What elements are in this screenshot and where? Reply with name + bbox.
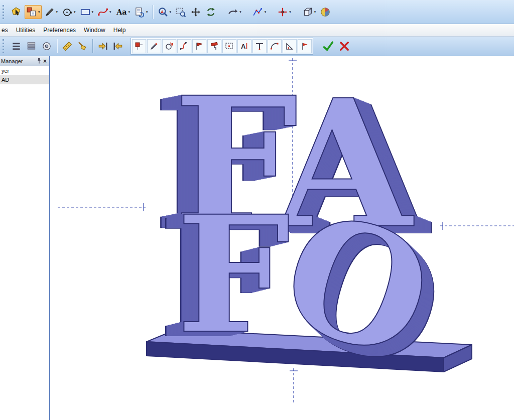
svg-text:A: A <box>241 43 246 50</box>
edit-toolbar: A <box>0 37 514 56</box>
view-cube-icon <box>302 7 313 18</box>
close-icon[interactable]: × <box>42 58 48 64</box>
pick-tool-icon <box>11 7 22 18</box>
circle-select-button[interactable] <box>40 39 54 53</box>
panel-row-cad[interactable]: AD <box>0 75 49 84</box>
scene-svg[interactable]: FFFFFFFFFFFFFFFAAAAAAAAAAAAAAAFFFFFFFFFF… <box>50 56 514 420</box>
component-tool-button[interactable]: ▾ <box>25 5 42 19</box>
pen-tool-button[interactable]: ▾ <box>43 5 60 19</box>
panel-row-layer[interactable]: yer <box>0 66 49 75</box>
pen-red-button[interactable] <box>147 39 161 53</box>
zoom-window-button[interactable] <box>174 5 188 19</box>
drawing-canvas[interactable]: FFFFFFFFFFFFFFFAAAAAAAAAAAAAAAFFFFFFFFFF… <box>49 56 514 420</box>
tee-square-button[interactable] <box>252 39 267 53</box>
fill-roller-button[interactable] <box>207 39 221 53</box>
menu-label: Help <box>113 27 126 34</box>
circle-arrow-button[interactable] <box>162 39 176 53</box>
toolbar-separator <box>92 39 93 53</box>
spline-tool-button[interactable]: ▾ <box>96 5 113 19</box>
menu-item-utilities[interactable]: Utilities <box>12 24 40 36</box>
circle-select-icon <box>41 41 52 52</box>
flag-marker-button[interactable] <box>298 39 312 53</box>
fill-roller-icon <box>209 41 219 51</box>
dropdown-caret[interactable]: ▾ <box>56 10 58 14</box>
refresh-view-button[interactable] <box>204 5 218 19</box>
dropdown-caret[interactable]: ▾ <box>128 10 131 14</box>
sheet-tool-button[interactable]: ▾ <box>133 5 150 19</box>
snap-right-icon <box>97 41 108 52</box>
angle-measure-icon <box>285 41 295 51</box>
tee-square-icon <box>254 41 265 51</box>
dropdown-caret[interactable]: ▾ <box>239 10 241 14</box>
sketch-line-button[interactable]: ▾ <box>251 5 268 19</box>
list-tool-button[interactable] <box>10 39 24 53</box>
flag-page-button[interactable] <box>192 39 206 53</box>
render-tool-button[interactable] <box>318 5 332 19</box>
cancel-cross-button[interactable] <box>337 39 352 54</box>
arc-node-button[interactable] <box>268 39 282 53</box>
manager-panel-header[interactable]: Manager × <box>0 56 49 66</box>
rectangle-tool-button[interactable]: ▾ <box>78 5 95 19</box>
text-tool-icon: Aa <box>115 7 127 18</box>
menu-label: es <box>2 27 8 34</box>
menu-item-preferences[interactable]: Preferences <box>39 24 80 36</box>
sheet-tool-icon <box>134 7 145 18</box>
view-cube-button[interactable]: ▾ <box>301 5 318 19</box>
text-cursor-button[interactable]: A <box>237 39 251 53</box>
s-curve-button[interactable] <box>177 39 191 53</box>
toolbar-grip[interactable] <box>3 5 7 19</box>
toolbar-grip[interactable] <box>3 39 7 53</box>
menu-item-es[interactable]: es <box>0 24 12 36</box>
dropdown-caret[interactable]: ▾ <box>170 10 172 14</box>
apply-check-icon <box>322 40 334 52</box>
dropdown-caret[interactable]: ▾ <box>314 10 316 14</box>
flag-marker-icon <box>300 41 310 51</box>
menu-item-window[interactable]: Window <box>80 24 109 36</box>
dropdown-caret[interactable]: ▾ <box>146 10 148 14</box>
refresh-view-icon <box>205 7 216 18</box>
layers-tool-icon <box>26 41 37 52</box>
circle-arrow-icon <box>164 41 174 51</box>
rectangle-tool-icon <box>80 7 91 18</box>
layers-tool-button[interactable] <box>25 39 39 53</box>
align-origin-button[interactable]: ▾ <box>276 5 293 19</box>
snap-left-icon <box>112 41 123 52</box>
brush-tool-button[interactable] <box>75 39 89 53</box>
text-tool-button[interactable]: Aa ▾ <box>114 5 132 19</box>
toolbar-separator <box>153 5 153 19</box>
menu-label: Utilities <box>16 27 36 34</box>
corner-square-icon <box>134 41 144 51</box>
ruler-tool-button[interactable] <box>60 39 74 53</box>
toolbar-separator <box>57 39 57 53</box>
svg-text:A: A <box>161 9 164 14</box>
cancel-cross-icon <box>338 40 350 52</box>
zoom-window-icon <box>175 7 186 18</box>
snap-left-button[interactable] <box>111 39 125 53</box>
dropdown-caret[interactable]: ▾ <box>92 10 94 14</box>
pan-tool-button[interactable] <box>189 5 203 19</box>
list-tool-icon <box>11 41 22 52</box>
dropdown-caret[interactable]: ▾ <box>74 10 76 14</box>
zoom-highlight-button[interactable]: A ▾ <box>156 5 173 19</box>
brush-tool-icon <box>77 41 88 52</box>
dropdown-caret[interactable]: ▾ <box>109 10 111 14</box>
circle-tool-icon <box>62 7 73 18</box>
rotate-view-button[interactable]: ▾ <box>226 5 243 19</box>
corner-square-button[interactable] <box>132 39 146 53</box>
dropdown-caret[interactable]: ▾ <box>265 10 267 14</box>
menu-bar: es Utilities Preferences Window Help <box>0 24 514 37</box>
apply-check-button[interactable] <box>321 39 336 54</box>
pick-tool-button[interactable] <box>10 5 24 19</box>
snap-right-button[interactable] <box>96 39 110 53</box>
angle-measure-button[interactable] <box>283 39 297 53</box>
zoom-highlight-icon: A <box>158 7 169 18</box>
pan-tool-icon <box>190 7 201 18</box>
model-letters[interactable]: FFFFFFFFFFFFFFFAAAAAAAAAAAAAAAFFFFFFFFFF… <box>153 58 467 407</box>
menu-item-help[interactable]: Help <box>109 24 130 36</box>
dropdown-caret[interactable]: ▾ <box>38 10 40 14</box>
pin-icon[interactable] <box>37 58 42 64</box>
dashed-select-button[interactable] <box>222 39 236 53</box>
dropdown-caret[interactable]: ▾ <box>289 10 291 14</box>
circle-tool-button[interactable]: ▾ <box>60 5 77 19</box>
menu-label: Preferences <box>43 27 76 34</box>
